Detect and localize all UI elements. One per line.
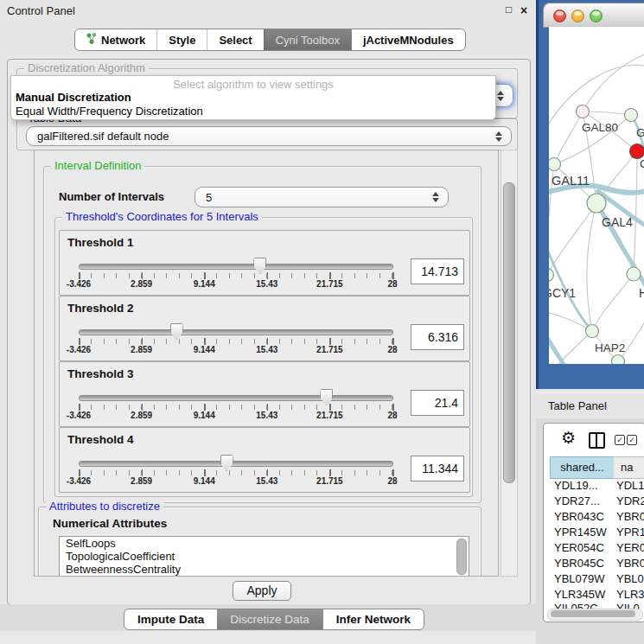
node-partial-bottom[interactable]: [612, 355, 625, 365]
list-item[interactable]: TopologicalCoefficient: [60, 550, 469, 563]
column-layout-icon[interactable]: [589, 432, 605, 449]
major-tick: [79, 272, 80, 279]
numerical-attributes-label: Numerical Attributes: [53, 517, 167, 530]
tick-label: 2.859: [131, 411, 152, 420]
tab-cyni-toolbox-selected[interactable]: Cyni Toolbox: [264, 29, 351, 50]
combo-stepper-icon: [429, 192, 443, 202]
tab-jactivemnodules[interactable]: jActiveMNodules: [351, 29, 465, 50]
minimize-traffic-light[interactable]: [571, 10, 584, 22]
slider-ticks: [79, 405, 392, 410]
dropdown-option-equal-width[interactable]: Equal Width/Frequency Discretization: [16, 105, 203, 118]
slider-thumb[interactable]: [170, 323, 183, 340]
tab-select-label: Select: [219, 34, 252, 47]
numerical-attributes-list[interactable]: SelfLoops TopologicalCoefficient Between…: [59, 536, 469, 577]
zoom-traffic-light[interactable]: [590, 10, 603, 22]
tab-infer-network[interactable]: Infer Network: [322, 609, 424, 629]
major-tick: [204, 338, 206, 345]
list-item[interactable]: BetweennessCentrality: [60, 563, 469, 576]
major-tick: [142, 404, 143, 411]
threshold-3-label: Threshold 3: [67, 367, 134, 380]
cell-name: YER0: [616, 540, 644, 556]
tick-label: 21.715: [316, 279, 343, 289]
number-of-intervals-label: Number of Intervals: [59, 190, 164, 203]
tick-label: -3.426: [67, 476, 91, 486]
slider-thumb[interactable]: [320, 389, 333, 405]
table-panel-title: Table Panel: [548, 399, 607, 412]
major-tick: [329, 338, 331, 345]
tab-style[interactable]: Style: [156, 29, 207, 50]
attributes-group: Attributes to discretize Numerical Attri…: [38, 507, 481, 577]
node-gal11[interactable]: [549, 158, 561, 171]
node-hap2[interactable]: [586, 325, 599, 338]
threshold-2-slider[interactable]: -3.4262.8599.14415.4321.71528: [79, 321, 392, 355]
table-hscrollbar-track[interactable]: [547, 609, 643, 621]
table-hscrollbar-thumb[interactable]: [551, 610, 635, 617]
number-of-intervals-combobox[interactable]: 5: [194, 187, 449, 207]
slider-ticks: [79, 339, 392, 344]
table-data-combobox[interactable]: galFiltered.sif default node: [26, 126, 512, 146]
node-label-gal4: GAL4: [602, 215, 633, 229]
node-gal80[interactable]: [577, 105, 590, 118]
major-tick: [267, 469, 269, 476]
tab-infer-network-label: Infer Network: [336, 613, 411, 626]
apply-button[interactable]: Apply: [233, 581, 291, 601]
dropdown-placeholder-option[interactable]: Select algorithm to view settings: [11, 78, 495, 91]
gear-icon[interactable]: ⚙: [561, 430, 576, 446]
panel-scrollbar-thumb[interactable]: [503, 182, 515, 483]
node-partial-right[interactable]: [627, 267, 641, 281]
node-label-hap2: HAP2: [595, 341, 625, 354]
list-item[interactable]: SelfLoops: [60, 537, 469, 550]
threshold-2-value-field[interactable]: 6.316: [411, 324, 464, 350]
cell-shared-name: YPR145W: [554, 525, 607, 540]
tab-discretize-data-selected[interactable]: Discretize Data: [217, 609, 322, 629]
network-window-titlebar[interactable]: [543, 3, 644, 28]
table-data-group: Table Data galFiltered.sif default node: [16, 118, 518, 150]
cell-name: YBR0: [616, 509, 644, 525]
float-window-icon[interactable]: □: [506, 3, 512, 16]
node-table-card: ⚙ ✓ ✓ shared... na YDL19...YDL1 YDR27...…: [543, 423, 644, 622]
column-header-name[interactable]: na: [614, 456, 644, 479]
tab-select[interactable]: Select: [207, 29, 263, 50]
column-header-shared-name[interactable]: shared...: [550, 456, 615, 479]
checkbox-icon[interactable]: ✓: [627, 435, 637, 445]
major-tick: [329, 469, 331, 476]
cell-shared-name: YBL079W: [554, 571, 605, 587]
node-partial-top-right[interactable]: [625, 109, 638, 122]
major-tick: [204, 272, 206, 279]
slider-thumb[interactable]: [220, 455, 233, 471]
cyni-toolbox-panel: Discretization Algorithm Table Data galF…: [7, 59, 531, 605]
threshold-1-label: Threshold 1: [67, 236, 134, 249]
tab-cyni-toolbox-label: Cyni Toolbox: [276, 34, 340, 47]
node-gal4[interactable]: [587, 194, 606, 213]
cell-name: YDL1: [616, 478, 644, 494]
threshold-1-slider[interactable]: -3.4262.8599.14415.4321.71528: [79, 255, 392, 290]
node-selected-red[interactable]: [630, 144, 644, 159]
tick-label: 21.715: [316, 476, 343, 486]
tick-label: 2.859: [131, 476, 152, 486]
checkbox-icon[interactable]: ✓: [615, 435, 625, 445]
threshold-1-value-field[interactable]: 14.713: [411, 258, 464, 284]
tab-impute-data-label: Impute Data: [137, 613, 204, 626]
settings-scroll-panel: Interval Definition Number of Intervals …: [34, 150, 499, 577]
tick-label: 15.43: [256, 345, 277, 354]
slider-thumb[interactable]: [253, 258, 266, 274]
cell-shared-name: YBR043C: [554, 509, 604, 525]
dropdown-option-manual-discretization[interactable]: Manual Discretization: [16, 91, 131, 104]
close-window-icon[interactable]: ×: [520, 3, 527, 17]
tick-label: 15.43: [256, 476, 277, 486]
close-traffic-light[interactable]: [553, 10, 566, 22]
threshold-3-slider[interactable]: -3.4262.8599.14415.4321.71528: [79, 386, 392, 421]
tick-label: 9.144: [194, 345, 215, 354]
node-gcy1[interactable]: [549, 269, 554, 282]
tick-label: 28: [387, 476, 397, 486]
tab-network[interactable]: Network: [75, 29, 156, 50]
tab-impute-data[interactable]: Impute Data: [124, 609, 217, 629]
algorithm-dropdown-popup: Select algorithm to view settings Manual…: [10, 75, 496, 120]
cell-name: YBR0: [616, 556, 644, 571]
threshold-3-value-field[interactable]: 21.4: [411, 390, 464, 416]
tick-label: 21.715: [316, 411, 343, 420]
threshold-4-value-field[interactable]: 11.344: [411, 456, 464, 481]
network-view-canvas[interactable]: GAL80 GA C GAL11 GAL4 GCY1 H HAP2: [549, 27, 644, 364]
threshold-4-slider[interactable]: -3.4262.8599.14415.4321.71528: [79, 452, 392, 487]
list-scrollbar-thumb[interactable]: [456, 539, 467, 575]
